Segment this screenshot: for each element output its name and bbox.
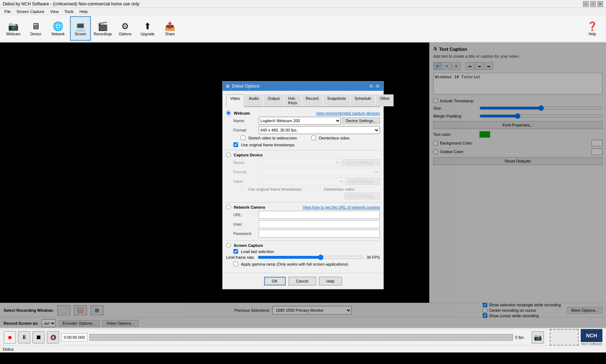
network-icon: 🌐 bbox=[53, 21, 63, 31]
nch-logo: NCH NCH Software bbox=[581, 329, 602, 346]
dialog-help-button[interactable]: ? bbox=[368, 84, 374, 89]
screen-capture-radio-header: Screen Capture bbox=[226, 243, 380, 248]
stop-button[interactable]: ⏹ bbox=[32, 331, 45, 343]
tab-record[interactable]: Record bbox=[302, 94, 322, 106]
share-icon: 📤 bbox=[164, 21, 175, 31]
use-timestamps-label: Use original frame timestamps bbox=[241, 143, 295, 147]
deinterlace-checkbox[interactable] bbox=[311, 136, 316, 140]
playback-bar: ⏺ ⏸ ⏹ 🔇 0:00:00.000 0 fps 📷 NCH NCH Soft… bbox=[0, 329, 606, 345]
toolbar: 📷 Webcam 🖥 Device 🌐 Network 💻 Screen 🎬 R… bbox=[0, 15, 606, 43]
url-input[interactable] bbox=[259, 211, 380, 219]
menu-view[interactable]: View bbox=[47, 9, 62, 14]
webcam-checkboxes: Stretch video to widescreen Deinterlace … bbox=[226, 136, 380, 141]
menu-file[interactable]: File bbox=[1, 9, 14, 14]
network-camera-section: Network Camera View how to get the URL o… bbox=[226, 205, 380, 238]
toolbar-webcam[interactable]: 📷 Webcam bbox=[3, 16, 24, 41]
cap-input-select[interactable] bbox=[259, 177, 344, 185]
webcam-name-select[interactable]: Logitech Webcam 200 bbox=[259, 117, 341, 125]
toolbar-recordings[interactable]: 🎬 Recordings bbox=[92, 16, 113, 41]
load-last-checkbox[interactable] bbox=[233, 249, 238, 254]
frame-rate-value: 30 FPS bbox=[366, 255, 380, 259]
dialog-tabs: Video Audio Output Hot-Keys Record Snaps… bbox=[226, 94, 380, 107]
menu-screen-capture[interactable]: Screen Capture bbox=[14, 9, 47, 14]
dialog-content: Video Audio Output Hot-Keys Record Snaps… bbox=[223, 91, 383, 273]
tab-other[interactable]: Other bbox=[376, 94, 394, 106]
help-label: Help bbox=[589, 32, 596, 36]
cap-device-settings-button[interactable]: Device Settings... bbox=[342, 159, 380, 166]
gamma-ramp-checkbox[interactable] bbox=[233, 262, 238, 266]
cap-format-select[interactable] bbox=[259, 168, 380, 176]
password-input[interactable] bbox=[259, 230, 380, 238]
ok-button[interactable]: OK bbox=[264, 277, 286, 285]
name-field-label: Name: bbox=[233, 119, 259, 123]
input-settings-button[interactable]: Input Settings... bbox=[346, 178, 380, 185]
recordings-label: Recordings bbox=[94, 32, 112, 36]
deinterlace-label: Deinterlace video bbox=[319, 136, 350, 140]
password-row: Password: bbox=[226, 230, 380, 238]
webcam-icon: 📷 bbox=[8, 21, 19, 31]
options-icon: ⚙ bbox=[121, 21, 129, 31]
timeline-svg bbox=[90, 334, 513, 340]
tab-schedule[interactable]: Schedule bbox=[351, 94, 375, 106]
tuner-settings-button[interactable]: Tuner Settings... bbox=[344, 193, 380, 199]
capture-device-radio-header: Capture Device bbox=[226, 152, 380, 157]
user-row: User: bbox=[226, 220, 380, 228]
dialog-close-button[interactable]: ✕ bbox=[375, 84, 381, 89]
help-button[interactable]: Help bbox=[319, 277, 342, 285]
tab-output[interactable]: Output bbox=[264, 94, 284, 106]
toolbar-screen[interactable]: 💻 Screen bbox=[70, 16, 91, 41]
tab-video[interactable]: Video bbox=[226, 94, 244, 107]
stretch-checkbox[interactable] bbox=[241, 136, 245, 140]
cancel-button[interactable]: Cancel bbox=[289, 277, 316, 285]
network-camera-radio[interactable] bbox=[226, 205, 231, 209]
view-capture-devices-link[interactable]: View recommended capture devices bbox=[316, 111, 380, 115]
toolbar-upgrade[interactable]: ⬆ Upgrade bbox=[137, 16, 158, 41]
use-timestamps-checkbox[interactable] bbox=[233, 142, 238, 147]
capture-device-radio[interactable] bbox=[226, 152, 231, 157]
status-bar: Debut bbox=[0, 345, 606, 352]
upgrade-label: Upgrade bbox=[141, 32, 154, 36]
cap-checkboxes: Use original frame timestamps Deinterlac… bbox=[226, 187, 380, 192]
screen-capture-radio[interactable] bbox=[226, 243, 231, 248]
toolbar-help[interactable]: ❓ Help bbox=[581, 16, 603, 41]
cap-deinterlace-checkbox[interactable] bbox=[316, 187, 321, 191]
toolbar-share[interactable]: 📤 Share bbox=[159, 16, 180, 41]
toolbar-options[interactable]: ⚙ Options bbox=[115, 16, 136, 41]
menu-help[interactable]: Help bbox=[76, 9, 91, 14]
cap-input-label: Input: bbox=[233, 179, 259, 183]
tab-audio[interactable]: Audio bbox=[245, 94, 263, 106]
webcam-radio[interactable] bbox=[226, 111, 231, 115]
window-controls: — □ ✕ bbox=[583, 1, 603, 7]
cap-name-select[interactable] bbox=[259, 159, 341, 167]
user-input[interactable] bbox=[259, 220, 380, 228]
webcam-format-select[interactable]: 640 x 480, 30.00 fps, bbox=[259, 126, 380, 134]
audio-toggle-button[interactable]: 🔇 bbox=[47, 331, 59, 343]
nch-text: NCH Software bbox=[581, 342, 602, 346]
screen-capture-label: Screen Capture bbox=[234, 243, 263, 248]
load-last-label: Load last selection bbox=[241, 249, 274, 254]
dialog-titlebar: 🖥 Debut Options ? ✕ bbox=[223, 81, 383, 91]
upgrade-icon: ⬆ bbox=[144, 21, 151, 31]
toolbar-network[interactable]: 🌐 Network bbox=[48, 16, 69, 41]
close-button[interactable]: ✕ bbox=[597, 1, 603, 7]
frame-rate-slider[interactable] bbox=[258, 254, 364, 260]
options-dialog: 🖥 Debut Options ? ✕ Video Audio Output H… bbox=[222, 81, 384, 289]
maximize-button[interactable]: □ bbox=[590, 1, 596, 7]
cap-timestamps-checkbox[interactable] bbox=[241, 187, 245, 191]
network-url-link[interactable]: View how to get the URL of network camer… bbox=[303, 205, 380, 209]
capture-device-label: Capture Device bbox=[234, 153, 263, 157]
name-field-row: Name: Logitech Webcam 200 Device Setting… bbox=[226, 117, 380, 125]
menu-tools[interactable]: Tools bbox=[61, 9, 76, 14]
toolbar-device[interactable]: 🖥 Device bbox=[25, 16, 46, 41]
tab-snapshots[interactable]: Snapshots bbox=[323, 94, 350, 106]
screen-icon: 💻 bbox=[75, 21, 86, 31]
preview-box bbox=[550, 329, 579, 346]
webcam-device-settings-button[interactable]: Device Settings... bbox=[342, 117, 380, 124]
record-button[interactable]: ⏺ bbox=[4, 331, 16, 343]
cap-format-row: Format: bbox=[226, 168, 380, 176]
minimize-button[interactable]: — bbox=[583, 1, 589, 7]
tab-hotkeys[interactable]: Hot-Keys bbox=[284, 94, 301, 106]
snapshot-button[interactable]: 📷 bbox=[532, 331, 544, 343]
main-area: A Text Caption Add text to create a titl… bbox=[0, 43, 606, 303]
pause-button[interactable]: ⏸ bbox=[18, 331, 30, 343]
